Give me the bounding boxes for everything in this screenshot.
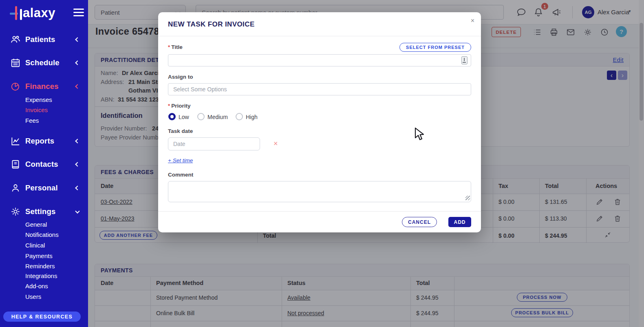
priority-option-high[interactable]: High [246,114,258,120]
sidebar-subitem-invoices[interactable]: Invoices [25,106,48,113]
pie-chart-icon [10,81,21,92]
resize-handle[interactable] [465,196,470,200]
priority-label: *Priority [168,103,191,109]
sidebar-subitem-notifications[interactable]: Notifications [25,231,59,238]
title-field-label: *Title [168,44,183,50]
sidebar-subitem-general[interactable]: General [25,221,47,228]
assign-to-label: Assign to [168,74,193,80]
task-date-label: Task date [168,128,193,134]
chevron-left-icon [75,60,79,65]
task-title-input[interactable] [168,54,471,66]
select-from-preset-button[interactable]: SELECT FROM PRESET [399,43,471,52]
gear-icon [10,206,21,217]
required-mark: * [168,44,170,50]
reports-icon [10,136,21,147]
sidebar-subitem-fees[interactable]: Fees [25,117,39,124]
input-assist-icon [461,56,468,64]
sidebar-subitem-addons[interactable]: Add-ons [25,283,48,289]
new-task-modal: NEW TASK FOR INVOICE × *Title SELECT FRO… [158,12,481,232]
chevron-left-icon [75,37,79,42]
sidebar-item-settings[interactable]: Settings [0,205,88,218]
chevron-left-icon [75,162,79,166]
menu-toggle-icon[interactable] [73,9,84,18]
person-icon [10,183,21,194]
sidebar-subitem-clinical[interactable]: Clinical [25,242,45,249]
sidebar-item-personal[interactable]: Personal [0,182,88,194]
sidebar-subitem-expenses[interactable]: Expenses [25,96,52,103]
comment-label: Comment [168,172,193,178]
cancel-button[interactable]: CANCEL [402,217,437,227]
halaxy-cross-icon [10,4,22,22]
set-time-link[interactable]: + Set time [168,157,193,164]
calendar-icon [10,57,21,68]
sidebar: alaxy Patients Schedule [0,0,88,327]
chevron-left-icon [75,139,79,143]
sidebar-item-schedule[interactable]: Schedule [0,57,88,69]
assign-to-input[interactable] [168,83,471,95]
priority-option-medium[interactable]: Medium [207,114,228,120]
contacts-icon [10,159,21,170]
add-button[interactable]: ADD [448,217,471,227]
sidebar-item-reports[interactable]: Reports [0,135,88,147]
brand-wordmark: alaxy [23,6,55,20]
required-mark: * [168,103,170,109]
chevron-left-icon [75,84,79,88]
sidebar-subitem-integrations[interactable]: Integrations [25,272,57,279]
halaxy-app: alaxy Patients Schedule [0,0,644,327]
priority-option-low[interactable]: Low [179,114,189,120]
modal-title: NEW TASK FOR INVOICE [168,20,255,29]
close-icon[interactable]: × [471,17,474,24]
sidebar-item-finances[interactable]: Finances [0,80,88,93]
sidebar-subitem-payments[interactable]: Payments [25,252,53,259]
halaxy-logo: alaxy [10,4,55,22]
patients-icon [10,34,21,45]
comment-textarea[interactable] [168,181,471,202]
clear-date-icon[interactable]: × [273,139,278,148]
sidebar-subitem-reminders[interactable]: Reminders [25,263,55,270]
sidebar-subitem-users[interactable]: Users [25,293,41,300]
chevron-left-icon [75,186,79,190]
task-date-input[interactable] [168,137,260,150]
priority-radio-low[interactable] [168,113,176,120]
chevron-down-icon [75,209,79,213]
sidebar-item-patients[interactable]: Patients [0,33,88,46]
priority-radio-medium[interactable] [197,113,205,120]
help-resources-button[interactable]: HELP & RESOURCES [3,312,81,322]
sidebar-item-contacts[interactable]: Contacts [0,158,88,170]
priority-radio-high[interactable] [236,113,243,120]
